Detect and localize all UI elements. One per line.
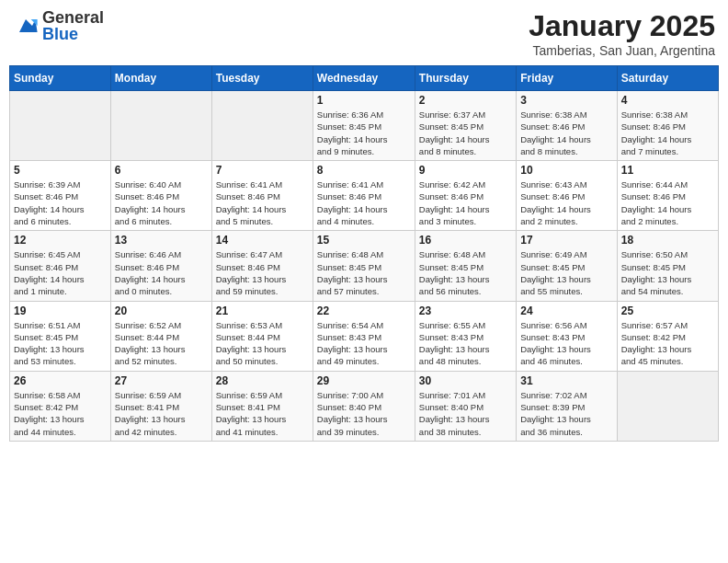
day-number: 7 xyxy=(216,164,309,177)
week-row-4: 19Sunrise: 6:51 AM Sunset: 8:45 PM Dayli… xyxy=(10,301,719,371)
day-number: 23 xyxy=(419,304,512,317)
day-info: Sunrise: 7:02 AM Sunset: 8:39 PM Dayligh… xyxy=(520,389,612,438)
day-cell: 10Sunrise: 6:43 AM Sunset: 8:46 PM Dayli… xyxy=(517,161,617,231)
day-info: Sunrise: 6:36 AM Sunset: 8:45 PM Dayligh… xyxy=(317,109,411,157)
day-info: Sunrise: 6:59 AM Sunset: 8:41 PM Dayligh… xyxy=(216,389,309,438)
day-number: 29 xyxy=(317,374,411,387)
day-info: Sunrise: 6:50 AM Sunset: 8:45 PM Dayligh… xyxy=(621,248,714,297)
day-info: Sunrise: 6:51 AM Sunset: 8:45 PM Dayligh… xyxy=(14,319,107,368)
day-number: 26 xyxy=(14,374,107,387)
day-number: 25 xyxy=(621,304,714,317)
day-number: 22 xyxy=(317,304,411,317)
day-number: 21 xyxy=(216,304,309,317)
day-number: 10 xyxy=(520,164,612,177)
day-cell: 29Sunrise: 7:00 AM Sunset: 8:40 PM Dayli… xyxy=(313,371,415,441)
day-cell: 31Sunrise: 7:02 AM Sunset: 8:39 PM Dayli… xyxy=(517,371,617,441)
day-number: 2 xyxy=(419,94,512,107)
day-number: 4 xyxy=(621,94,714,107)
day-number: 24 xyxy=(520,304,612,317)
day-cell xyxy=(617,371,718,441)
day-number: 27 xyxy=(115,374,208,387)
title-block: January 2025 Tamberias, San Juan, Argent… xyxy=(529,9,715,58)
weekday-header-row: SundayMondayTuesdayWednesdayThursdayFrid… xyxy=(10,66,719,91)
day-cell: 18Sunrise: 6:50 AM Sunset: 8:45 PM Dayli… xyxy=(617,231,718,301)
day-number: 30 xyxy=(419,374,512,387)
logo-general-text: General xyxy=(42,9,104,26)
day-cell: 9Sunrise: 6:42 AM Sunset: 8:46 PM Daylig… xyxy=(415,161,516,231)
day-cell: 8Sunrise: 6:41 AM Sunset: 8:46 PM Daylig… xyxy=(313,161,415,231)
day-cell: 30Sunrise: 7:01 AM Sunset: 8:40 PM Dayli… xyxy=(415,371,516,441)
day-cell: 17Sunrise: 6:49 AM Sunset: 8:45 PM Dayli… xyxy=(517,231,617,301)
weekday-header-wednesday: Wednesday xyxy=(313,66,415,91)
day-cell xyxy=(211,91,313,161)
day-cell: 19Sunrise: 6:51 AM Sunset: 8:45 PM Dayli… xyxy=(10,301,111,371)
day-info: Sunrise: 6:41 AM Sunset: 8:46 PM Dayligh… xyxy=(317,178,411,227)
day-cell: 13Sunrise: 6:46 AM Sunset: 8:46 PM Dayli… xyxy=(110,231,211,301)
day-cell: 15Sunrise: 6:48 AM Sunset: 8:45 PM Dayli… xyxy=(313,231,415,301)
day-number: 31 xyxy=(520,374,612,387)
day-number: 15 xyxy=(317,234,411,247)
weekday-header-monday: Monday xyxy=(110,66,211,91)
day-cell: 4Sunrise: 6:38 AM Sunset: 8:46 PM Daylig… xyxy=(617,91,718,161)
day-cell: 24Sunrise: 6:56 AM Sunset: 8:43 PM Dayli… xyxy=(517,301,617,371)
day-info: Sunrise: 6:53 AM Sunset: 8:44 PM Dayligh… xyxy=(216,319,309,368)
day-cell: 5Sunrise: 6:39 AM Sunset: 8:46 PM Daylig… xyxy=(10,161,111,231)
day-info: Sunrise: 6:56 AM Sunset: 8:43 PM Dayligh… xyxy=(520,319,612,368)
day-cell: 7Sunrise: 6:41 AM Sunset: 8:46 PM Daylig… xyxy=(211,161,313,231)
day-number: 8 xyxy=(317,164,411,177)
day-cell: 16Sunrise: 6:48 AM Sunset: 8:45 PM Dayli… xyxy=(415,231,516,301)
day-cell: 28Sunrise: 6:59 AM Sunset: 8:41 PM Dayli… xyxy=(211,371,313,441)
day-number: 19 xyxy=(14,304,107,317)
weekday-header-tuesday: Tuesday xyxy=(211,66,313,91)
day-number: 6 xyxy=(115,164,208,177)
calendar-title: January 2025 xyxy=(529,9,715,43)
day-info: Sunrise: 6:42 AM Sunset: 8:46 PM Dayligh… xyxy=(419,178,512,227)
day-info: Sunrise: 6:38 AM Sunset: 8:46 PM Dayligh… xyxy=(520,109,612,157)
day-info: Sunrise: 6:37 AM Sunset: 8:45 PM Dayligh… xyxy=(419,109,512,157)
weekday-header-thursday: Thursday xyxy=(415,66,516,91)
week-row-1: 1Sunrise: 6:36 AM Sunset: 8:45 PM Daylig… xyxy=(10,91,719,161)
day-cell: 3Sunrise: 6:38 AM Sunset: 8:46 PM Daylig… xyxy=(517,91,617,161)
week-row-5: 26Sunrise: 6:58 AM Sunset: 8:42 PM Dayli… xyxy=(10,371,719,441)
day-number: 13 xyxy=(115,234,208,247)
day-number: 14 xyxy=(216,234,309,247)
day-number: 9 xyxy=(419,164,512,177)
day-info: Sunrise: 6:52 AM Sunset: 8:44 PM Dayligh… xyxy=(115,319,208,368)
week-row-2: 5Sunrise: 6:39 AM Sunset: 8:46 PM Daylig… xyxy=(10,161,719,231)
day-number: 17 xyxy=(520,234,612,247)
day-info: Sunrise: 6:40 AM Sunset: 8:46 PM Dayligh… xyxy=(115,178,208,227)
day-info: Sunrise: 6:46 AM Sunset: 8:46 PM Dayligh… xyxy=(115,248,208,297)
day-info: Sunrise: 7:00 AM Sunset: 8:40 PM Dayligh… xyxy=(317,389,411,438)
day-cell xyxy=(110,91,211,161)
day-cell: 11Sunrise: 6:44 AM Sunset: 8:46 PM Dayli… xyxy=(617,161,718,231)
weekday-header-friday: Friday xyxy=(517,66,617,91)
calendar-subtitle: Tamberias, San Juan, Argentina xyxy=(529,43,715,58)
day-info: Sunrise: 6:43 AM Sunset: 8:46 PM Dayligh… xyxy=(520,178,612,227)
day-info: Sunrise: 6:58 AM Sunset: 8:42 PM Dayligh… xyxy=(14,389,107,438)
day-number: 3 xyxy=(520,94,612,107)
day-info: Sunrise: 6:57 AM Sunset: 8:42 PM Dayligh… xyxy=(621,319,714,368)
page-header: General Blue January 2025 Tamberias, San… xyxy=(9,9,719,58)
weekday-header-saturday: Saturday xyxy=(617,66,718,91)
day-cell: 23Sunrise: 6:55 AM Sunset: 8:43 PM Dayli… xyxy=(415,301,516,371)
day-info: Sunrise: 6:54 AM Sunset: 8:43 PM Dayligh… xyxy=(317,319,411,368)
day-number: 20 xyxy=(115,304,208,317)
logo-icon xyxy=(13,13,39,39)
logo-blue-text: Blue xyxy=(42,26,104,42)
day-cell: 2Sunrise: 6:37 AM Sunset: 8:45 PM Daylig… xyxy=(415,91,516,161)
day-number: 12 xyxy=(14,234,107,247)
day-number: 1 xyxy=(317,94,411,107)
logo: General Blue xyxy=(13,9,104,42)
day-info: Sunrise: 6:59 AM Sunset: 8:41 PM Dayligh… xyxy=(115,389,208,438)
day-cell: 27Sunrise: 6:59 AM Sunset: 8:41 PM Dayli… xyxy=(110,371,211,441)
day-info: Sunrise: 6:49 AM Sunset: 8:45 PM Dayligh… xyxy=(520,248,612,297)
day-number: 5 xyxy=(14,164,107,177)
day-cell: 20Sunrise: 6:52 AM Sunset: 8:44 PM Dayli… xyxy=(110,301,211,371)
day-info: Sunrise: 6:47 AM Sunset: 8:46 PM Dayligh… xyxy=(216,248,309,297)
day-info: Sunrise: 6:38 AM Sunset: 8:46 PM Dayligh… xyxy=(621,109,714,157)
day-info: Sunrise: 6:44 AM Sunset: 8:46 PM Dayligh… xyxy=(621,178,714,227)
day-number: 28 xyxy=(216,374,309,387)
day-info: Sunrise: 6:45 AM Sunset: 8:46 PM Dayligh… xyxy=(14,248,107,297)
day-info: Sunrise: 7:01 AM Sunset: 8:40 PM Dayligh… xyxy=(419,389,512,438)
day-cell: 22Sunrise: 6:54 AM Sunset: 8:43 PM Dayli… xyxy=(313,301,415,371)
